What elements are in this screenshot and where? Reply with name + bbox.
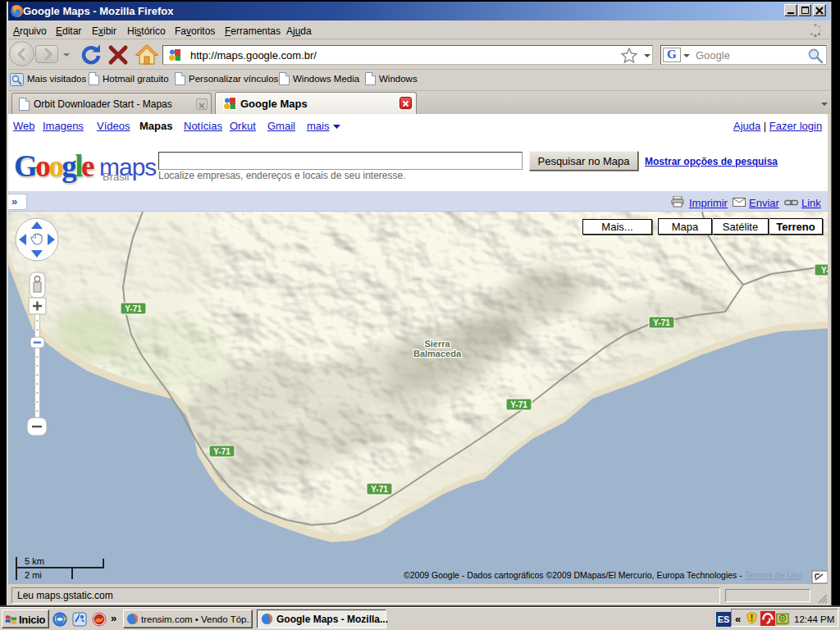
svg-text:Y-71: Y-71 [510,400,527,409]
svg-text:5 km: 5 km [25,556,44,566]
svg-text:©2009 Google - Dados cartográf: ©2009 Google - Dados cartográficos ©2009… [404,570,802,580]
svg-text:Y-71: Y-71 [125,304,142,313]
svg-text:2 mi: 2 mi [25,570,42,580]
svg-text:Y-71: Y-71 [371,485,388,494]
svg-text:!: ! [751,614,753,623]
svg-text:Balmaceda: Balmaceda [413,349,462,358]
svg-text:Sierra: Sierra [424,339,450,349]
svg-text:Y-71: Y-71 [213,447,231,456]
svg-text:Y-7: Y-7 [821,266,828,275]
svg-text:Y-71: Y-71 [653,318,670,327]
